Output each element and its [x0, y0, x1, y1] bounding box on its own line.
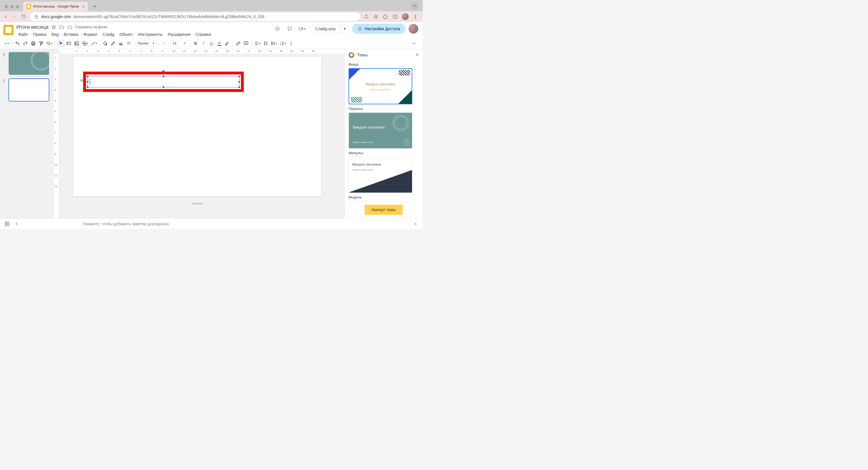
back-button[interactable] — [3, 14, 8, 20]
browser-tab[interactable]: Итоги месяца - Google Презе × — [23, 2, 88, 11]
theme-card-perenos[interactable]: Введите заголовок Введите подзаголовок — [349, 113, 412, 149]
import-theme-button[interactable]: Импорт темы — [365, 205, 403, 215]
menu-tools[interactable]: Инструменты — [136, 31, 164, 38]
star-icon[interactable] — [51, 25, 56, 30]
slideshow-button[interactable]: Слайд-шоу — [310, 24, 341, 34]
menubar: Файл Правка Вид Вставка Формат Слайд Объ… — [17, 31, 213, 38]
shape-tool[interactable]: ▾ — [81, 39, 89, 47]
close-panel-button[interactable]: × — [416, 52, 419, 58]
rotate-handle[interactable] — [162, 70, 164, 72]
share-button[interactable]: Настройки Доступа — [352, 24, 405, 34]
account-avatar[interactable] — [409, 24, 418, 34]
collapse-filmstrip-icon[interactable] — [14, 221, 19, 226]
tabs-overflow-button[interactable] — [411, 2, 418, 9]
title-textbox[interactable] — [87, 76, 240, 87]
fill-color-button[interactable] — [101, 39, 109, 47]
toolbar: ＋▾ ▾ ▾ ▾ Nunito▾ − 14 + B I U A ▾ — [0, 38, 423, 49]
slide-canvas[interactable] — [73, 57, 321, 197]
menu-help[interactable]: Справка — [194, 31, 213, 38]
border-dash-button[interactable] — [125, 39, 132, 47]
collapse-toolbar-button[interactable] — [410, 39, 417, 47]
forward-button[interactable] — [12, 14, 18, 20]
explore-collapse-icon[interactable] — [413, 221, 418, 226]
line-spacing-button[interactable] — [262, 39, 270, 47]
decrease-font-button[interactable]: − — [161, 39, 168, 47]
comments-icon[interactable] — [285, 24, 294, 33]
menu-edit[interactable]: Правка — [31, 31, 48, 38]
slide-thumbnail-2[interactable] — [8, 78, 49, 101]
move-folder-icon[interactable] — [59, 25, 64, 30]
text-color-button[interactable]: A — [216, 39, 223, 47]
redo-button[interactable] — [22, 39, 29, 47]
numbered-list-button[interactable]: 123▾ — [279, 39, 287, 47]
zoom-button[interactable]: ▾ — [45, 39, 54, 47]
speaker-notes-placeholder[interactable]: Нажмите, чтобы добавить заметки докладчи… — [83, 222, 169, 226]
profile-avatar[interactable] — [402, 13, 409, 20]
horizontal-ruler[interactable]: 1234567891011121314151617181920212223 — [60, 49, 344, 54]
share-page-icon[interactable] — [364, 14, 369, 20]
bookmark-icon[interactable] — [373, 14, 379, 20]
meet-icon[interactable]: ▾ — [298, 24, 307, 33]
font-family-select[interactable]: Nunito▾ — [136, 40, 157, 47]
menu-view[interactable]: Вид — [50, 31, 61, 38]
print-button[interactable] — [30, 39, 37, 47]
slides-logo-icon[interactable] — [3, 25, 13, 35]
theme-card-focus[interactable]: Введите заголовок Введите подзаголовок — [349, 68, 412, 104]
select-tool[interactable] — [57, 39, 65, 47]
new-slide-button[interactable]: ＋▾ — [3, 39, 10, 47]
resize-handle-n[interactable] — [162, 75, 164, 78]
slide-thumbnail-1[interactable] — [8, 52, 49, 75]
align-button[interactable]: ▾ — [253, 39, 261, 47]
more-options-button[interactable] — [287, 39, 295, 47]
extensions-icon[interactable] — [383, 14, 389, 20]
font-size-input[interactable]: 14 — [169, 40, 179, 47]
maximize-window-icon[interactable] — [16, 5, 19, 8]
menu-file[interactable]: Файл — [17, 31, 30, 38]
menu-slide[interactable]: Слайд — [101, 31, 116, 38]
highlight-button[interactable] — [223, 39, 231, 47]
svg-point-35 — [272, 42, 272, 42]
resize-handle-nw[interactable] — [87, 75, 89, 78]
browser-menu-icon[interactable] — [412, 14, 418, 20]
svg-point-37 — [272, 44, 272, 45]
bullet-list-button[interactable]: ▾ — [270, 39, 278, 47]
menu-insert[interactable]: Вставка — [62, 31, 80, 38]
menu-extensions[interactable]: Расширения — [166, 31, 192, 38]
menu-format[interactable]: Формат — [82, 31, 99, 38]
minimize-window-icon[interactable] — [10, 5, 13, 8]
theme-card-model[interactable] — [349, 201, 412, 201]
undo-button[interactable] — [14, 39, 21, 47]
grid-view-icon[interactable] — [4, 221, 9, 226]
resize-handle-w[interactable] — [87, 81, 89, 83]
comment-button[interactable] — [242, 39, 250, 47]
sidepanel-icon[interactable] — [392, 14, 398, 20]
textbox-tool[interactable] — [65, 39, 72, 47]
underline-button[interactable]: U — [208, 39, 215, 47]
increase-font-button[interactable]: + — [181, 39, 188, 47]
paint-format-button[interactable] — [37, 39, 45, 47]
menu-object[interactable]: Объект — [118, 31, 135, 38]
close-window-icon[interactable] — [4, 5, 8, 8]
bold-button[interactable]: B — [192, 39, 199, 47]
theme-card-impulse[interactable]: Введите заголовок Введите подзаголовок — [349, 157, 412, 193]
border-color-button[interactable] — [110, 39, 117, 47]
slideshow-dropdown[interactable]: ▾ — [341, 24, 349, 34]
line-tool[interactable]: ▾ — [90, 39, 98, 47]
reload-button[interactable] — [21, 14, 27, 20]
resize-handle-e[interactable] — [238, 81, 240, 83]
image-tool[interactable] — [73, 39, 80, 47]
speaker-notes-drag-handle[interactable] — [192, 203, 203, 204]
version-history-icon[interactable] — [273, 24, 282, 33]
tab-close-icon[interactable]: × — [82, 4, 85, 9]
cloud-saved-icon[interactable] — [67, 25, 72, 30]
resize-handle-sw[interactable] — [87, 86, 89, 88]
italic-button[interactable]: I — [200, 39, 207, 47]
link-button[interactable] — [235, 39, 242, 47]
resize-handle-s[interactable] — [162, 86, 164, 88]
resize-handle-ne[interactable] — [238, 75, 240, 78]
document-title[interactable]: Итоги месяца — [17, 24, 49, 30]
new-tab-button[interactable]: + — [91, 3, 99, 10]
border-weight-button[interactable] — [117, 39, 125, 47]
resize-handle-se[interactable] — [238, 86, 240, 88]
url-field[interactable]: docs.google.com/presentation/d/1-qp78zwC… — [30, 12, 360, 21]
